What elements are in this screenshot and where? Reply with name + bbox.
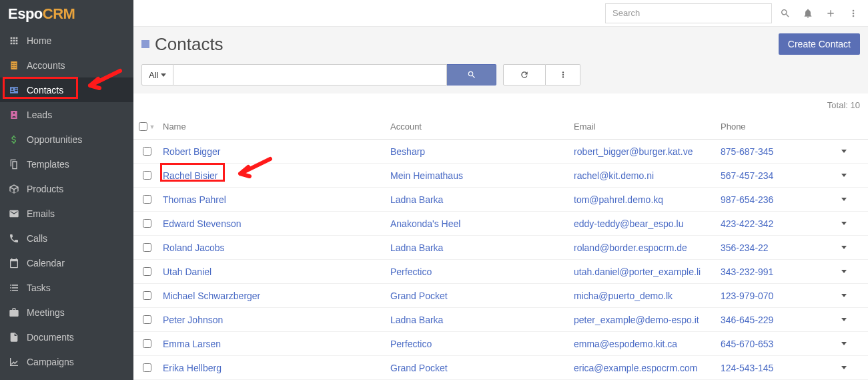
row-checkbox[interactable] bbox=[143, 171, 151, 180]
phone-link[interactable]: 423-422-342 bbox=[721, 218, 773, 229]
row-checkbox[interactable] bbox=[143, 243, 151, 252]
app-logo[interactable]: EspoCRM bbox=[0, 0, 133, 28]
email-link[interactable]: robert_bigger@burger.kat.ve bbox=[574, 146, 693, 157]
email-link[interactable]: utah.daniel@porter_example.li bbox=[574, 266, 701, 277]
email-link[interactable]: micha@puerto_demo.lk bbox=[574, 291, 673, 301]
account-link[interactable]: Ladna Barka bbox=[390, 194, 443, 205]
account-link[interactable]: Mein Heimathaus bbox=[390, 170, 463, 181]
account-link[interactable]: Anakonda's Heel bbox=[390, 218, 460, 229]
email-link[interactable]: tom@pahrel.demo.kq bbox=[574, 194, 663, 205]
row-actions-button[interactable] bbox=[831, 270, 857, 273]
phone-link[interactable]: 356-234-22 bbox=[721, 242, 769, 253]
phone-link[interactable]: 567-457-234 bbox=[721, 170, 773, 181]
row-checkbox[interactable] bbox=[143, 339, 151, 348]
total-count: Total: 10 bbox=[133, 93, 868, 114]
sidebar-item-contacts[interactable]: Contacts bbox=[0, 77, 133, 102]
email-link[interactable]: rachel@kit.demo.ni bbox=[574, 170, 654, 181]
account-link[interactable]: Perfectico bbox=[390, 266, 432, 277]
phone-link[interactable]: 124-543-145 bbox=[721, 363, 773, 373]
global-search-input[interactable] bbox=[605, 3, 772, 23]
chevron-down-icon bbox=[841, 270, 847, 273]
row-actions-button[interactable] bbox=[831, 294, 857, 297]
phone-link[interactable]: 645-670-653 bbox=[721, 339, 773, 349]
bell-icon[interactable] bbox=[799, 4, 817, 23]
phone-link[interactable]: 346-645-229 bbox=[721, 315, 773, 325]
contact-name-link[interactable]: Emma Larsen bbox=[163, 339, 221, 349]
column-header-name[interactable]: Name bbox=[160, 122, 390, 132]
row-actions-button[interactable] bbox=[831, 198, 857, 201]
column-header-phone[interactable]: Phone bbox=[721, 122, 831, 132]
email-link[interactable]: roland@border.espocrm.de bbox=[574, 242, 687, 253]
row-actions-button[interactable] bbox=[831, 318, 857, 321]
phone-link[interactable]: 987-654-236 bbox=[721, 194, 773, 205]
row-checkbox[interactable] bbox=[143, 363, 151, 372]
phone-icon bbox=[8, 233, 20, 244]
sidebar-item-documents[interactable]: Documents bbox=[0, 325, 133, 349]
chevron-down-icon bbox=[841, 294, 847, 297]
contact-name-link[interactable]: Michael Schwarzberger bbox=[163, 291, 260, 301]
row-actions-button[interactable] bbox=[831, 174, 857, 177]
phone-link[interactable]: 123-979-070 bbox=[721, 291, 773, 301]
email-link[interactable]: eddy-teddy@bear_espo.lu bbox=[574, 218, 683, 229]
sidebar-item-label: Accounts bbox=[27, 60, 65, 71]
sidebar-item-home[interactable]: Home bbox=[0, 28, 133, 53]
phone-link[interactable]: 875-687-345 bbox=[721, 146, 773, 157]
filter-search-button[interactable] bbox=[447, 64, 496, 85]
row-checkbox[interactable] bbox=[143, 267, 151, 276]
row-checkbox[interactable] bbox=[143, 147, 151, 156]
table-row: Rachel BisierMein Heimathausrachel@kit.d… bbox=[133, 164, 868, 188]
more-actions-button[interactable] bbox=[546, 64, 580, 85]
more-vertical-icon[interactable] bbox=[844, 4, 863, 23]
sidebar-item-leads[interactable]: Leads bbox=[0, 102, 133, 127]
row-checkbox[interactable] bbox=[143, 315, 151, 324]
search-icon[interactable] bbox=[776, 4, 795, 23]
sidebar-item-campaigns[interactable]: Campaigns bbox=[0, 349, 133, 374]
email-link[interactable]: peter_example@demo-espo.it bbox=[574, 315, 699, 325]
phone-link[interactable]: 343-232-991 bbox=[721, 266, 773, 277]
row-actions-button[interactable] bbox=[831, 150, 857, 153]
contact-name-link[interactable]: Erika Hellberg bbox=[163, 363, 222, 373]
row-actions-button[interactable] bbox=[831, 222, 857, 225]
sidebar: EspoCRM HomeAccountsContactsLeadsOpportu… bbox=[0, 0, 133, 380]
sidebar-item-calendar[interactable]: Calendar bbox=[0, 250, 133, 275]
account-link[interactable]: Ladna Barka bbox=[390, 315, 443, 325]
column-header-email[interactable]: Email bbox=[574, 122, 721, 132]
select-all-checkbox[interactable] bbox=[139, 122, 147, 131]
account-link[interactable]: Besharp bbox=[390, 146, 425, 157]
contact-name-link[interactable]: Rachel Bisier bbox=[163, 170, 218, 181]
account-link[interactable]: Ladna Barka bbox=[390, 242, 443, 253]
create-contact-button[interactable]: Create Contact bbox=[779, 33, 860, 55]
row-checkbox[interactable] bbox=[143, 195, 151, 204]
contact-name-link[interactable]: Utah Daniel bbox=[163, 266, 211, 277]
sidebar-item-opportunities[interactable]: Opportunities bbox=[0, 127, 133, 152]
sidebar-item-products[interactable]: Products bbox=[0, 176, 133, 201]
contact-name-link[interactable]: Thomas Pahrel bbox=[163, 194, 226, 205]
row-checkbox[interactable] bbox=[143, 219, 151, 228]
account-link[interactable]: Grand Pocket bbox=[390, 363, 448, 373]
row-actions-button[interactable] bbox=[831, 246, 857, 249]
sidebar-item-tasks[interactable]: Tasks bbox=[0, 275, 133, 300]
email-link[interactable]: emma@espodemo.kit.ca bbox=[574, 339, 677, 349]
row-actions-button[interactable] bbox=[831, 342, 857, 345]
contact-name-link[interactable]: Edward Stevenson bbox=[163, 218, 242, 229]
refresh-button[interactable] bbox=[503, 64, 546, 85]
sidebar-item-emails[interactable]: Emails bbox=[0, 201, 133, 226]
sidebar-item-label: Leads bbox=[27, 110, 52, 120]
contact-name-link[interactable]: Peter Johnson bbox=[163, 315, 223, 325]
contact-name-link[interactable]: Robert Bigger bbox=[163, 146, 220, 157]
sidebar-item-accounts[interactable]: Accounts bbox=[0, 53, 133, 77]
plus-icon[interactable] bbox=[821, 4, 840, 23]
account-link[interactable]: Grand Pocket bbox=[390, 291, 448, 301]
row-checkbox[interactable] bbox=[143, 291, 151, 300]
sidebar-item-meetings[interactable]: Meetings bbox=[0, 300, 133, 325]
sidebar-item-calls[interactable]: Calls bbox=[0, 226, 133, 250]
column-header-account[interactable]: Account bbox=[390, 122, 574, 132]
account-link[interactable]: Perfectico bbox=[390, 339, 432, 349]
filter-text-input[interactable] bbox=[173, 64, 447, 85]
filter-scope-dropdown[interactable]: All bbox=[141, 64, 173, 85]
sidebar-item-templates[interactable]: Templates bbox=[0, 152, 133, 176]
email-link[interactable]: erica@example.espocrm.com bbox=[574, 363, 697, 373]
table-header-row: ▼ Name Account Email Phone bbox=[133, 114, 868, 140]
contact-name-link[interactable]: Roland Jacobs bbox=[163, 242, 225, 253]
row-actions-button[interactable] bbox=[831, 366, 857, 369]
